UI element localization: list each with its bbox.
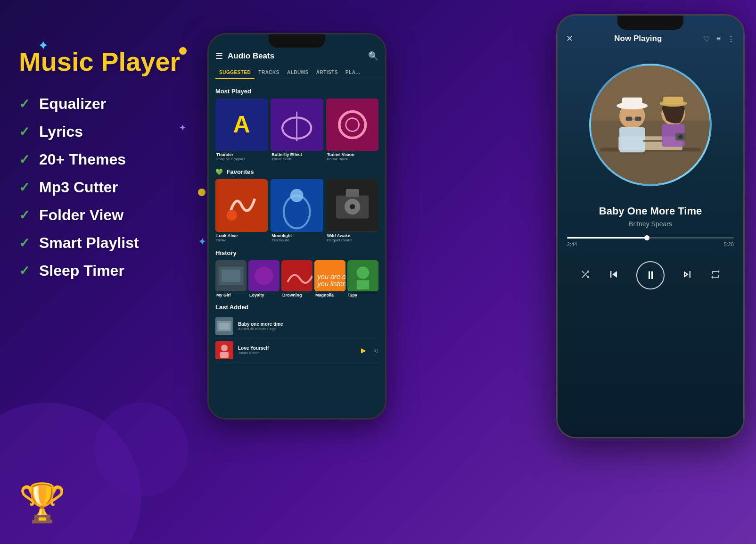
svg-rect-47 xyxy=(635,117,641,121)
next-button[interactable] xyxy=(681,268,694,283)
music-card-thunder[interactable]: A Thunder Imagine Dragons xyxy=(215,99,268,163)
svg-rect-43 xyxy=(619,127,645,152)
history-item-loyalty[interactable]: Loyalty xyxy=(248,260,279,299)
card-title-butterfly: Butterfly Effect xyxy=(271,152,322,157)
last-added-title-baby: Baby one more time xyxy=(238,321,378,327)
album-art-tunnel xyxy=(326,99,378,151)
feature-label-smartplaylist: Smart Playlist xyxy=(39,234,139,252)
hamburger-icon[interactable]: ☰ xyxy=(215,51,223,61)
favorites-grid: Look Alive Drake xyxy=(215,179,378,243)
np-song-artist: Britney Spears xyxy=(567,220,734,228)
last-added-title: Last Added xyxy=(215,304,378,311)
phone-notch-left xyxy=(269,34,325,48)
music-card-wildawake[interactable]: Wild Awake Parquet Courts xyxy=(326,179,378,243)
music-card-lookalive[interactable]: Look Alive Drake xyxy=(215,179,268,243)
most-played-title: Most Played xyxy=(215,88,378,95)
phone-notch-right xyxy=(617,16,683,30)
svg-rect-36 xyxy=(220,352,229,358)
favorites-title: 💚 Favorites xyxy=(215,168,378,175)
search-icon[interactable]: 🔍 xyxy=(368,51,378,61)
svg-text:you listen: you listen xyxy=(317,280,345,288)
last-added-item-baby[interactable]: Baby one more time Added 45 minutes ago xyxy=(215,314,378,338)
np-controls: ⏸ xyxy=(558,252,743,299)
feature-label-mp3cutter: Mp3 Cutter xyxy=(39,179,118,196)
favorite-icon[interactable]: ♡ xyxy=(703,34,710,43)
svg-rect-38 xyxy=(591,120,710,184)
card-artist-thunder: Imagine Dragons xyxy=(216,157,267,161)
music-card-butterfly[interactable]: Butterfly Effect Travis Scott xyxy=(271,99,323,163)
card-info-moonlight: Moonlight Disclosure xyxy=(271,232,323,244)
np-artwork-container xyxy=(558,54,743,196)
close-icon[interactable]: ✕ xyxy=(566,33,573,44)
card-info-butterfly: Butterfly Effect Travis Scott xyxy=(271,151,323,163)
svg-rect-45 xyxy=(622,98,642,107)
svg-point-29 xyxy=(357,266,369,279)
phones-container: ☰ Audio Beats 🔍 SUGGESTED TRACKS ALBUMS … xyxy=(207,14,745,533)
np-actions: ♡ ≡ ⋮ xyxy=(703,34,735,43)
play-pause-button[interactable]: ⏸ xyxy=(636,261,665,289)
phone-screen-left: ☰ Audio Beats 🔍 SUGGESTED TRACKS ALBUMS … xyxy=(209,34,385,418)
music-card-tunnel[interactable]: Tunnel Vision Kodak Black xyxy=(326,99,378,163)
album-art-lookalive xyxy=(215,179,268,231)
menu-icon-love[interactable]: ♫ xyxy=(374,346,379,354)
card-title-tunnel: Tunnel Vision xyxy=(327,152,378,157)
progress-dot xyxy=(644,235,649,240)
svg-point-13 xyxy=(290,189,304,202)
card-info-tunnel: Tunnel Vision Kodak Black xyxy=(326,151,378,163)
svg-point-18 xyxy=(350,204,355,209)
svg-point-10 xyxy=(227,210,237,221)
np-artwork-inner xyxy=(591,66,710,184)
playlist-icon[interactable]: ≡ xyxy=(716,34,721,43)
card-title-wildawake: Wild Awake xyxy=(327,233,378,238)
pause-icon: ⏸ xyxy=(645,269,657,282)
more-options-icon[interactable]: ⋮ xyxy=(727,34,735,43)
svg-rect-33 xyxy=(219,323,230,330)
tab-artists[interactable]: ARTISTS xyxy=(312,66,342,79)
play-icon-love[interactable]: ▶ xyxy=(361,346,366,354)
svg-rect-16 xyxy=(345,189,359,197)
last-added-meta-baby: Added 45 minutes ago xyxy=(238,327,378,331)
card-info-wildawake: Wild Awake Parquet Courts xyxy=(326,232,378,244)
np-song-info: Baby One More Time Britney Spears xyxy=(558,196,743,232)
tab-suggested[interactable]: SUGGESTED xyxy=(215,66,255,79)
check-icon-mp3cutter: ✓ xyxy=(19,180,30,195)
card-artist-wildawake: Parquet Courts xyxy=(327,238,378,242)
history-item-drowning[interactable]: Drowning xyxy=(281,260,312,299)
svg-rect-30 xyxy=(357,280,369,289)
feature-item-smartplaylist: ✓ Smart Playlist xyxy=(19,234,217,252)
history-item-magnolia[interactable]: you are dyou listen Magnolia xyxy=(314,260,345,299)
album-art-butterfly xyxy=(271,99,323,151)
previous-button[interactable] xyxy=(607,268,620,283)
history-item-ispy[interactable]: iSpy xyxy=(347,260,378,299)
tab-playlists[interactable]: PLA... xyxy=(342,66,364,79)
last-added-artist-love: Justin Bieber xyxy=(238,351,356,355)
shuffle-button[interactable] xyxy=(580,269,591,282)
tab-tracks[interactable]: TRACKS xyxy=(255,66,283,79)
card-artist-lookalive: Drake xyxy=(216,238,267,242)
last-added-info-love: Love Yourself Justin Bieber xyxy=(238,346,356,355)
np-song-title: Baby One More Time xyxy=(567,205,734,217)
repeat-button[interactable] xyxy=(710,269,721,282)
history-title: History xyxy=(215,249,378,256)
phone-left: ☰ Audio Beats 🔍 SUGGESTED TRACKS ALBUMS … xyxy=(207,33,386,420)
feature-list: ✓ Equalizer ✓ Lyrics ✓ 20+ Themes ✓ Mp3 … xyxy=(19,95,217,280)
feature-label-lyrics: Lyrics xyxy=(39,123,83,140)
tab-albums[interactable]: ALBUMS xyxy=(283,66,312,79)
check-icon-themes: ✓ xyxy=(19,152,30,167)
time-total: 5:28 xyxy=(724,241,734,247)
app-title: Music Player xyxy=(19,47,217,76)
history-item-mygirl[interactable]: My Girl xyxy=(215,260,247,299)
phone-right: ✕ Now Playing ♡ ≡ ⋮ xyxy=(556,14,745,438)
feature-item-equalizer: ✓ Equalizer xyxy=(19,95,217,113)
last-added-title-love: Love Yourself xyxy=(238,346,356,351)
music-card-moonlight[interactable]: Moonlight Disclosure xyxy=(271,179,323,243)
check-icon-sleeptimer: ✓ xyxy=(19,263,30,279)
last-added-item-love[interactable]: Love Yourself Justin Bieber ▶ ♫ xyxy=(215,338,378,363)
progress-bar[interactable] xyxy=(567,237,734,239)
most-played-grid: A Thunder Imagine Dragons xyxy=(215,99,378,163)
feature-item-folderview: ✓ Folder View xyxy=(19,206,217,224)
now-playing-title: Now Playing xyxy=(614,34,662,43)
svg-rect-39 xyxy=(591,66,710,120)
card-artist-butterfly: Travis Scott xyxy=(271,157,322,161)
svg-rect-6 xyxy=(326,99,378,151)
